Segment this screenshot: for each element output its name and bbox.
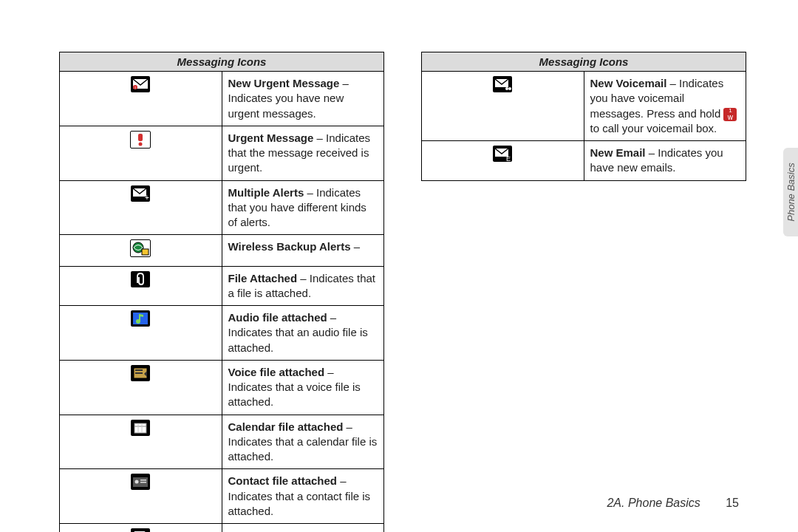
row-text: Urgent Message – Indicates that the mess… bbox=[222, 126, 384, 180]
row-text: Calendar file attached – Indicates that … bbox=[222, 415, 384, 469]
svg-rect-12 bbox=[135, 369, 143, 371]
svg-text:E: E bbox=[506, 155, 511, 162]
exclamation-icon bbox=[130, 131, 151, 149]
table-row: Urgent Message – Indicates that the mess… bbox=[60, 126, 384, 180]
page-footer: 2A. Phone Basics 15 bbox=[607, 497, 739, 510]
envelope-t-icon: T bbox=[131, 528, 150, 532]
table-row: Calendar file attached – Indicates that … bbox=[60, 415, 384, 469]
svg-text:+: + bbox=[145, 194, 149, 202]
messaging-icons-table-left: Messaging Icons ! New Urgent Message – I… bbox=[59, 52, 384, 532]
table-row: Voice file attached – Indicates that a v… bbox=[60, 360, 384, 415]
svg-rect-8 bbox=[142, 249, 149, 255]
row-text: Audio file attached – Indicates that an … bbox=[222, 306, 384, 361]
svg-rect-15 bbox=[134, 423, 146, 433]
messaging-icons-table-right: Messaging Icons New Voicemail – Indicate… bbox=[421, 52, 746, 181]
table-row: File Attached – Indicates that a file is… bbox=[60, 266, 384, 306]
footer-page-number: 15 bbox=[726, 497, 739, 509]
svg-point-29 bbox=[505, 87, 508, 90]
svg-point-20 bbox=[135, 480, 139, 484]
envelope-voicemail-icon bbox=[493, 76, 512, 92]
side-tab: Phone Basics bbox=[783, 148, 798, 236]
row-text: Voice file attached – Indicates that a v… bbox=[222, 360, 384, 415]
row-text: New Text Message – Indicates you have ne… bbox=[222, 524, 384, 533]
row-text: New Voicemail – Indicates you have voice… bbox=[584, 72, 746, 141]
table-row: Contact file attached – Indicates that a… bbox=[60, 469, 384, 524]
row-text: New Email – Indicates you have new email… bbox=[584, 141, 746, 181]
globe-backup-icon bbox=[130, 239, 151, 257]
svg-point-30 bbox=[508, 87, 511, 90]
svg-rect-13 bbox=[135, 372, 143, 374]
row-text: Multiple Alerts – Indicates that you hav… bbox=[222, 180, 384, 235]
table-row: T New Text Message – Indicates you have … bbox=[60, 524, 384, 533]
table-row: ! New Urgent Message – Indicates you hav… bbox=[60, 72, 384, 126]
table-header: Messaging Icons bbox=[60, 52, 384, 72]
envelope-e-icon: E bbox=[493, 146, 512, 162]
svg-rect-21 bbox=[140, 480, 146, 481]
row-text: New Urgent Message – Indicates you have … bbox=[222, 72, 384, 126]
table-row: Wireless Backup Alerts – bbox=[60, 235, 384, 266]
voice-file-icon bbox=[131, 365, 150, 381]
table-row: Audio file attached – Indicates that an … bbox=[60, 306, 384, 361]
keypad-1-key: 1w bbox=[723, 108, 737, 121]
row-text: Contact file attached – Indicates that a… bbox=[222, 469, 384, 524]
svg-rect-22 bbox=[140, 482, 146, 483]
table-row: + Multiple Alerts – Indicates that you h… bbox=[60, 180, 384, 235]
svg-point-4 bbox=[139, 142, 143, 146]
svg-rect-3 bbox=[138, 134, 143, 141]
side-tab-label: Phone Basics bbox=[785, 163, 797, 222]
paperclip-icon bbox=[131, 271, 150, 287]
urgent-envelope-icon: ! bbox=[131, 76, 150, 92]
contact-card-icon bbox=[131, 474, 150, 490]
footer-section: 2A. Phone Basics bbox=[607, 497, 700, 509]
row-text: File Attached – Indicates that a file is… bbox=[222, 266, 384, 306]
table-header: Messaging Icons bbox=[422, 52, 746, 72]
table-row: New Voicemail – Indicates you have voice… bbox=[422, 72, 746, 141]
envelope-plus-icon: + bbox=[131, 185, 150, 202]
svg-point-10 bbox=[136, 319, 140, 324]
table-row: E New Email – Indicates you have new ema… bbox=[422, 141, 746, 181]
row-text: Wireless Backup Alerts – bbox=[222, 235, 384, 266]
music-note-icon bbox=[131, 310, 150, 327]
calendar-icon bbox=[131, 420, 150, 436]
